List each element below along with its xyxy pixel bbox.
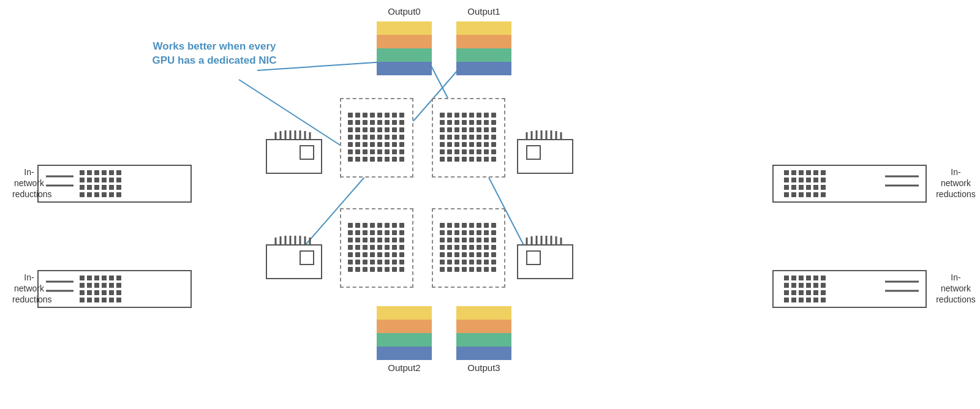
gpu-row1-right <box>432 98 505 178</box>
svg-rect-56 <box>102 178 107 182</box>
output0-label: Output0 <box>377 6 432 17</box>
svg-rect-75 <box>87 276 92 280</box>
switch-left-bottom <box>37 269 196 315</box>
output2-bar-green <box>377 333 432 347</box>
svg-rect-122 <box>821 192 826 197</box>
switch-svg-rb <box>772 269 931 312</box>
svg-rect-131 <box>821 276 826 280</box>
output1-bar-blue <box>456 62 511 75</box>
nic-svg-row2-right <box>514 233 582 288</box>
output0-stack <box>377 21 432 75</box>
svg-rect-49 <box>94 170 99 175</box>
gpu-dots <box>345 110 408 165</box>
output1-label: Output1 <box>456 6 511 17</box>
switch-svg-lt <box>37 164 196 207</box>
svg-rect-143 <box>821 290 826 295</box>
gpu-dots <box>345 220 408 276</box>
output0-bar-yellow <box>377 21 432 35</box>
svg-rect-136 <box>813 283 818 288</box>
gpu-dots <box>437 110 500 165</box>
svg-rect-112 <box>791 185 796 190</box>
switch-right-bottom <box>772 269 931 315</box>
svg-rect-116 <box>821 185 826 190</box>
svg-rect-106 <box>791 178 796 182</box>
output3-bar-orange <box>456 320 511 333</box>
output1-stack <box>456 21 511 75</box>
svg-rect-117 <box>784 192 789 197</box>
svg-rect-78 <box>109 276 114 280</box>
svg-rect-51 <box>109 170 114 175</box>
svg-rect-88 <box>94 290 99 295</box>
svg-rect-148 <box>813 298 818 302</box>
switch-right-top <box>772 164 931 209</box>
svg-rect-87 <box>87 290 92 295</box>
output3-stack <box>456 306 511 360</box>
svg-rect-58 <box>116 178 121 182</box>
svg-rect-135 <box>806 283 811 288</box>
svg-rect-100 <box>791 170 796 175</box>
svg-rect-57 <box>109 178 114 182</box>
svg-rect-95 <box>102 298 107 302</box>
nic-row2-left <box>263 233 331 288</box>
nic-row1-left <box>263 127 331 182</box>
nic-row1-right <box>514 127 582 182</box>
svg-rect-140 <box>799 290 804 295</box>
svg-rect-80 <box>80 283 85 288</box>
svg-rect-77 <box>102 276 107 280</box>
innet-label-tr: In-network reductions <box>936 167 976 200</box>
innet-label-br: In-network reductions <box>936 272 976 306</box>
svg-rect-101 <box>799 170 804 175</box>
svg-rect-132 <box>784 283 789 288</box>
output0-bar-orange <box>377 35 432 48</box>
output3-bar-yellow <box>456 306 511 320</box>
svg-rect-74 <box>80 276 85 280</box>
svg-rect-129 <box>806 276 811 280</box>
svg-rect-79 <box>116 276 121 280</box>
svg-rect-99 <box>784 170 789 175</box>
svg-rect-81 <box>87 283 92 288</box>
output2-bar-orange <box>377 320 432 333</box>
svg-rect-50 <box>102 170 107 175</box>
svg-rect-127 <box>791 276 796 280</box>
svg-rect-121 <box>813 192 818 197</box>
innet-label-tl: In-network reductions <box>12 167 46 200</box>
svg-rect-108 <box>806 178 811 182</box>
svg-rect-93 <box>87 298 92 302</box>
svg-rect-14 <box>518 140 573 173</box>
svg-rect-94 <box>94 298 99 302</box>
svg-rect-96 <box>109 298 114 302</box>
svg-rect-53 <box>80 178 85 182</box>
svg-rect-139 <box>791 290 796 295</box>
svg-rect-111 <box>784 185 789 190</box>
output1-bar-green <box>456 48 511 62</box>
svg-rect-138 <box>784 290 789 295</box>
svg-rect-97 <box>116 298 121 302</box>
svg-rect-109 <box>813 178 818 182</box>
svg-rect-34 <box>518 245 573 279</box>
svg-rect-44 <box>38 165 191 202</box>
output3-label: Output3 <box>456 362 511 373</box>
output0-bar-green <box>377 48 432 62</box>
svg-rect-83 <box>102 283 107 288</box>
svg-rect-145 <box>791 298 796 302</box>
svg-rect-115 <box>813 185 818 190</box>
svg-rect-130 <box>813 276 818 280</box>
svg-rect-107 <box>799 178 804 182</box>
output1-bar-yellow <box>456 21 511 35</box>
svg-rect-91 <box>116 290 121 295</box>
svg-rect-84 <box>109 283 114 288</box>
annotation-text: Works better when every GPU has a dedica… <box>141 40 288 68</box>
svg-rect-133 <box>791 283 796 288</box>
svg-rect-82 <box>94 283 99 288</box>
svg-rect-61 <box>94 185 99 190</box>
svg-rect-48 <box>87 170 92 175</box>
nic-svg <box>263 127 331 182</box>
svg-rect-68 <box>102 192 107 197</box>
svg-rect-120 <box>806 192 811 197</box>
svg-rect-47 <box>80 170 85 175</box>
diagram-container: Works better when every GPU has a dedica… <box>0 0 980 409</box>
output1-bar-orange <box>456 35 511 48</box>
svg-rect-102 <box>806 170 811 175</box>
switch-svg-lb <box>37 269 196 312</box>
svg-rect-134 <box>799 283 804 288</box>
